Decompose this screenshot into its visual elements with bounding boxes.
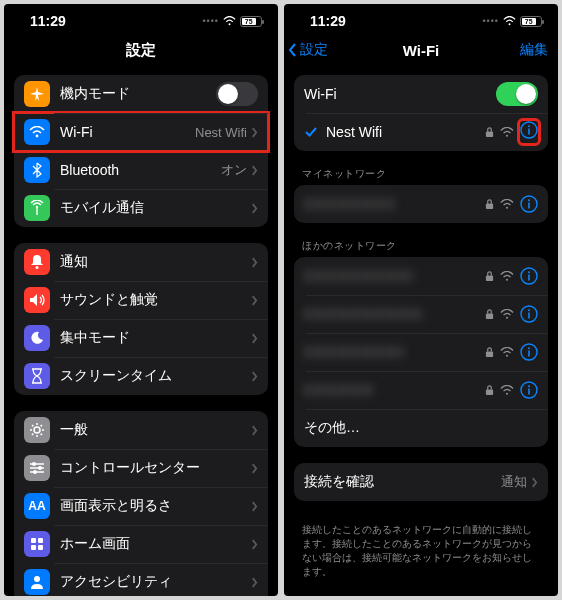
lock-icon <box>485 127 494 138</box>
lock-icon <box>485 385 494 396</box>
switches-icon <box>24 455 50 481</box>
network-name-redacted <box>304 308 424 320</box>
settings-screen: 11:29 •••• 75 設定 機内モードWi-FiNest WifiBlue… <box>4 4 278 596</box>
svg-point-12 <box>34 576 40 582</box>
info-icon[interactable] <box>520 305 538 323</box>
chevron-right-icon <box>251 165 258 176</box>
network-row[interactable] <box>294 333 548 371</box>
chevron-right-icon <box>251 463 258 474</box>
wifi-signal-icon <box>500 385 514 396</box>
network-row[interactable] <box>294 257 548 295</box>
wifi-signal-icon <box>500 271 514 282</box>
svg-point-21 <box>506 134 508 136</box>
svg-point-19 <box>509 23 511 25</box>
chevron-right-icon <box>251 501 258 512</box>
page-title: 設定 <box>126 41 156 60</box>
back-button[interactable]: 設定 <box>288 41 328 59</box>
status-bar: 11:29 •••• 75 <box>284 4 558 33</box>
other-row[interactable]: その他… <box>294 409 548 447</box>
ask-to-join-row[interactable]: 接続を確認 通知 <box>294 463 548 501</box>
settings-row-集中モード[interactable]: 集中モード <box>14 319 268 357</box>
svg-point-4 <box>34 427 40 433</box>
settings-row-モバイル通信[interactable]: モバイル通信 <box>14 189 268 227</box>
aa-icon: AA <box>24 493 50 519</box>
wifi-signal-icon <box>500 347 514 358</box>
settings-row-Bluetooth[interactable]: Bluetoothオン <box>14 151 268 189</box>
network-row[interactable] <box>294 185 548 223</box>
info-icon[interactable] <box>520 381 538 399</box>
battery-icon: 75 <box>240 16 262 27</box>
person-icon <box>24 569 50 595</box>
svg-rect-20 <box>486 131 493 136</box>
hourglass-icon <box>24 363 50 389</box>
edit-button[interactable]: 編集 <box>520 41 548 59</box>
network-name-redacted <box>304 198 394 210</box>
check-icon <box>304 125 318 139</box>
settings-row-通知[interactable]: 通知 <box>14 243 268 281</box>
settings-row-コントロールセンター[interactable]: コントロールセンター <box>14 449 268 487</box>
svg-rect-10 <box>31 545 36 550</box>
settings-row-アクセシビリティ[interactable]: アクセシビリティ <box>14 563 268 596</box>
info-icon[interactable] <box>520 121 538 139</box>
svg-rect-30 <box>486 275 493 280</box>
svg-rect-45 <box>486 389 493 394</box>
svg-rect-34 <box>528 275 530 281</box>
footer-text: 接続したことのあるネットワークに自動的に接続します。接続したことのあるネットワー… <box>294 517 548 579</box>
svg-point-31 <box>506 278 508 280</box>
svg-point-2 <box>36 206 38 208</box>
wifi-toggle[interactable] <box>496 82 538 106</box>
svg-point-0 <box>229 23 231 25</box>
info-button-highlight <box>520 121 538 143</box>
antenna-icon <box>24 195 50 221</box>
signal-icon: •••• <box>202 16 219 26</box>
wifi-icon <box>223 16 236 26</box>
lock-icon <box>485 347 494 358</box>
info-icon[interactable] <box>520 343 538 361</box>
settings-row-スクリーンタイム[interactable]: スクリーンタイム <box>14 357 268 395</box>
network-row[interactable] <box>294 295 548 333</box>
svg-point-6 <box>38 466 42 470</box>
chevron-right-icon <box>251 257 258 268</box>
network-row[interactable] <box>294 371 548 409</box>
bluetooth-icon <box>24 157 50 183</box>
chevron-right-icon <box>251 425 258 436</box>
chevron-right-icon <box>251 127 258 138</box>
settings-row-Wi-Fi[interactable]: Wi-FiNest Wifi <box>14 113 268 151</box>
network-name-redacted <box>304 384 374 396</box>
svg-point-28 <box>528 199 530 201</box>
lock-icon <box>485 199 494 210</box>
svg-point-46 <box>506 392 508 394</box>
wifi-screen: 11:29 •••• 75 設定 Wi-Fi 編集 Wi-Fi Nest Wif… <box>284 4 558 596</box>
svg-rect-9 <box>38 538 43 543</box>
chevron-right-icon <box>251 203 258 214</box>
svg-point-1 <box>36 135 39 138</box>
chevron-right-icon <box>251 577 258 588</box>
signal-icon: •••• <box>482 16 499 26</box>
battery-icon: 75 <box>520 16 542 27</box>
settings-row-サウンドと触覚[interactable]: サウンドと触覚 <box>14 281 268 319</box>
svg-rect-35 <box>486 313 493 318</box>
chevron-right-icon <box>251 539 258 550</box>
connected-network-row[interactable]: Nest Wifi <box>294 113 548 151</box>
toggle[interactable] <box>216 82 258 106</box>
info-icon[interactable] <box>520 195 538 213</box>
wifi-toggle-row[interactable]: Wi-Fi <box>294 75 548 113</box>
navbar: 設定 Wi-Fi 編集 <box>284 33 558 67</box>
svg-point-23 <box>528 125 530 127</box>
svg-rect-29 <box>528 203 530 209</box>
chevron-right-icon <box>251 333 258 344</box>
svg-point-36 <box>506 316 508 318</box>
navbar: 設定 <box>4 33 278 67</box>
gear-icon <box>24 417 50 443</box>
wifi-icon <box>24 119 50 145</box>
info-icon[interactable] <box>520 267 538 285</box>
settings-row-機内モード[interactable]: 機内モード <box>14 75 268 113</box>
settings-row-一般[interactable]: 一般 <box>14 411 268 449</box>
settings-row-画面表示と明るさ[interactable]: AA画面表示と明るさ <box>14 487 268 525</box>
svg-rect-40 <box>486 351 493 356</box>
settings-row-ホーム画面[interactable]: ホーム画面 <box>14 525 268 563</box>
moon-icon <box>24 325 50 351</box>
svg-rect-8 <box>31 538 36 543</box>
wifi-signal-icon <box>500 127 514 138</box>
svg-rect-24 <box>528 129 530 135</box>
